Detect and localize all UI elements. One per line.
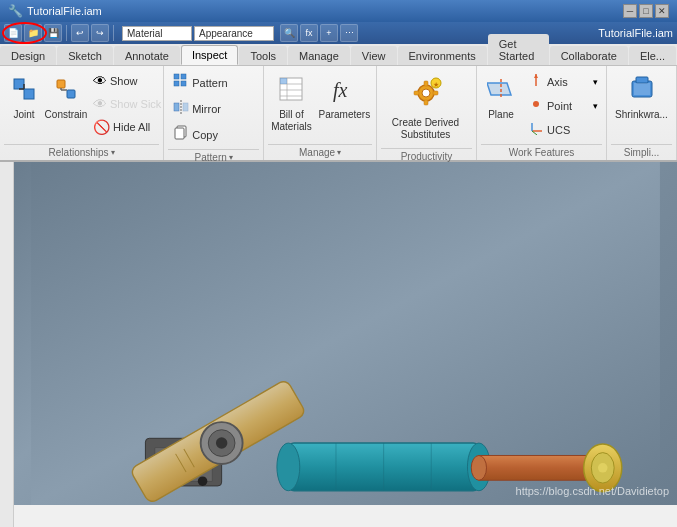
qa-save-button[interactable]: 💾 <box>44 24 62 42</box>
left-panel <box>0 162 14 527</box>
tab-view[interactable]: View <box>351 46 397 65</box>
bill-of-materials-button[interactable]: Bill ofMaterials <box>268 70 314 138</box>
qa-separator-2 <box>113 25 114 41</box>
close-button[interactable]: ✕ <box>655 4 669 18</box>
parameters-button[interactable]: fx Parameters <box>317 70 372 126</box>
model-container <box>14 162 677 505</box>
joint-button[interactable]: Joint <box>4 70 44 126</box>
show-button[interactable]: 👁 Show <box>88 70 168 92</box>
qa-search-button[interactable]: 🔍 <box>280 24 298 42</box>
svg-rect-8 <box>174 74 179 79</box>
ribbon: Joint Constrain 👁 Show <box>0 66 677 162</box>
svg-point-36 <box>533 101 539 107</box>
appearance-dropdown[interactable]: Appearance <box>194 26 274 41</box>
shrinkwrap-icon <box>628 75 656 107</box>
qa-new-button[interactable]: 📄 <box>4 24 22 42</box>
svg-rect-5 <box>67 90 75 98</box>
qa-separator <box>66 25 67 41</box>
pattern-dropdown-arrow: ▾ <box>229 153 233 162</box>
svg-marker-32 <box>487 83 511 95</box>
maximize-button[interactable]: □ <box>639 4 653 18</box>
work-features-group-label[interactable]: Work Features <box>481 144 602 160</box>
relationships-content: Joint Constrain 👁 Show <box>4 70 159 142</box>
axis-button[interactable]: Axis ▾ <box>523 70 603 93</box>
plane-button[interactable]: Plane <box>481 70 521 126</box>
svg-rect-0 <box>14 79 24 89</box>
svg-rect-29 <box>433 91 438 95</box>
ucs-button[interactable]: UCS <box>523 118 603 141</box>
plane-label: Plane <box>488 109 514 121</box>
constrain-icon <box>52 75 80 107</box>
create-derived-label: Create Derived Substitutes <box>388 117 463 141</box>
svg-point-60 <box>471 455 486 480</box>
create-derived-substitutes-button[interactable]: ★ Create Derived Substitutes <box>381 70 470 146</box>
bom-icon <box>277 75 305 107</box>
point-button[interactable]: Point ▾ <box>523 94 603 117</box>
pattern-label: Pattern <box>192 77 227 89</box>
tab-sketch[interactable]: Sketch <box>57 46 113 65</box>
svg-rect-11 <box>181 81 186 86</box>
svg-point-66 <box>216 437 227 448</box>
viewport[interactable]: https://blog.csdn.net/Davidietop <box>14 162 677 505</box>
qa-open-button[interactable]: 📁 <box>24 24 42 42</box>
material-dropdown[interactable]: Material <box>122 26 192 41</box>
app-icon: 🔧 <box>8 4 23 18</box>
tab-ele[interactable]: Ele... <box>629 46 676 65</box>
svg-rect-28 <box>414 91 419 95</box>
svg-rect-27 <box>424 100 428 105</box>
tab-annotate[interactable]: Annotate <box>114 46 180 65</box>
copy-label: Copy <box>192 129 218 141</box>
mirror-button[interactable]: Mirror <box>168 96 248 121</box>
ribbon-group-relationships: Joint Constrain 👁 Show <box>0 66 164 160</box>
simplify-content: Shrinkwra... <box>611 70 672 142</box>
svg-rect-42 <box>634 83 650 95</box>
pattern-button[interactable]: Pattern <box>168 70 248 95</box>
qa-redo-button[interactable]: ↪ <box>91 24 109 42</box>
tab-get-started[interactable]: Get Started <box>488 34 549 65</box>
svg-text:★: ★ <box>433 81 439 88</box>
qa-function-button[interactable]: fx <box>300 24 318 42</box>
tab-environments[interactable]: Environments <box>398 46 487 65</box>
pattern-icon <box>173 73 189 92</box>
ribbon-group-simplify: Shrinkwra... Simpli... <box>607 66 677 160</box>
ribbon-tabs: Design Sketch Annotate Inspect Tools Man… <box>0 44 677 66</box>
qa-undo-button[interactable]: ↩ <box>71 24 89 42</box>
parameters-label: Parameters <box>318 109 370 121</box>
svg-rect-1 <box>24 89 34 99</box>
ribbon-group-work-features: Plane Axis ▾ <box>477 66 607 160</box>
qa-expand-button[interactable]: + <box>320 24 338 42</box>
svg-rect-10 <box>174 81 179 86</box>
copy-button[interactable]: Copy <box>168 122 248 147</box>
manage-group-label[interactable]: Manage ▾ <box>268 144 372 160</box>
tab-tools[interactable]: Tools <box>239 46 287 65</box>
shrinkwrap-button[interactable]: Shrinkwra... <box>611 70 672 126</box>
point-dropdown[interactable]: ▾ <box>593 101 598 111</box>
axis-label: Axis <box>547 76 568 88</box>
joint-icon <box>10 75 38 107</box>
tab-design[interactable]: Design <box>0 46 56 65</box>
show-sick-label: Show Sick <box>110 98 161 110</box>
svg-rect-4 <box>57 80 65 88</box>
svg-point-63 <box>598 463 608 473</box>
svg-point-25 <box>422 89 430 97</box>
axis-dropdown[interactable]: ▾ <box>593 77 598 87</box>
svg-point-54 <box>277 443 300 491</box>
minimize-button[interactable]: ─ <box>623 4 637 18</box>
show-label: Show <box>110 75 138 87</box>
svg-rect-22 <box>280 78 287 84</box>
copy-icon <box>173 125 189 144</box>
qa-settings-button[interactable]: ⋯ <box>340 24 358 42</box>
relationships-group-label[interactable]: Relationships ▾ <box>4 144 159 160</box>
ribbon-group-productivity: ★ Create Derived Substitutes Productivit… <box>377 66 477 160</box>
ucs-icon <box>528 121 544 138</box>
mirror-label: Mirror <box>192 103 221 115</box>
point-icon <box>528 97 544 114</box>
hide-all-button[interactable]: 🚫 Hide All <box>88 116 168 138</box>
constrain-button[interactable]: Constrain <box>46 70 86 126</box>
manage-content: Bill ofMaterials fx Parameters <box>268 70 372 142</box>
svg-rect-26 <box>424 81 428 86</box>
tab-manage[interactable]: Manage <box>288 46 350 65</box>
tab-collaborate[interactable]: Collaborate <box>550 46 628 65</box>
tab-inspect[interactable]: Inspect <box>181 45 238 65</box>
mirror-icon <box>173 99 189 118</box>
